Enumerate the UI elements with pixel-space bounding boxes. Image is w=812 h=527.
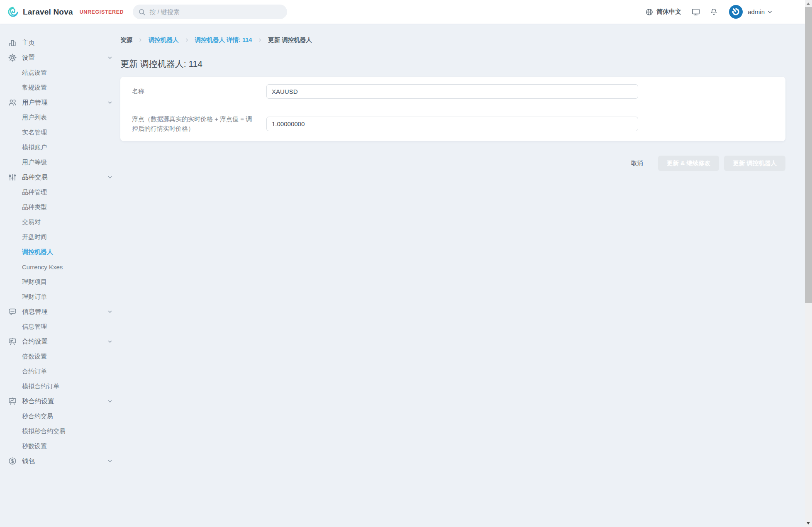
field-row-name: 名称 bbox=[120, 77, 785, 106]
language-label: 简体中文 bbox=[656, 8, 681, 16]
sidebar-group-label: 品种交易 bbox=[22, 173, 48, 182]
sidebar-group-users[interactable]: 用户管理 bbox=[0, 95, 120, 110]
sidebar-group-label: 合约设置 bbox=[22, 337, 48, 346]
monitor-icon[interactable] bbox=[691, 7, 700, 17]
main-content: 资源 调控机器人 调控机器人 详情: 114 更新 调控机器人 更新 调控机器人… bbox=[120, 24, 785, 171]
vertical-scrollbar[interactable] bbox=[805, 0, 812, 527]
sidebar-item[interactable]: 站点设置 bbox=[0, 65, 120, 80]
chat-icon bbox=[7, 307, 17, 316]
unregistered-badge: UNREGISTERED bbox=[80, 9, 124, 15]
sidebar-item[interactable]: 秒合约交易 bbox=[0, 409, 120, 424]
sidebar-item[interactable]: 品种类型 bbox=[0, 200, 120, 215]
bar-chart-icon bbox=[7, 38, 17, 47]
sidebar-item[interactable]: 用户列表 bbox=[0, 110, 120, 125]
presentation-chart-icon bbox=[7, 397, 17, 406]
sidebar-item[interactable]: 秒数设置 bbox=[0, 439, 120, 454]
cancel-button[interactable]: 取消 bbox=[631, 159, 643, 167]
chevron-down-icon bbox=[107, 55, 113, 61]
top-bar: Laravel Nova UNREGISTERED 简体中文 bbox=[0, 0, 805, 24]
user-menu[interactable]: admin bbox=[748, 8, 765, 15]
sidebar-item[interactable]: 理财项目 bbox=[0, 274, 120, 289]
sidebar-group-settings[interactable]: 设置 bbox=[0, 50, 120, 65]
sidebar-group-label: 钱包 bbox=[22, 457, 35, 466]
sidebar-item[interactable]: 理财订单 bbox=[0, 289, 120, 304]
sidebar-item[interactable]: 用户等级 bbox=[0, 155, 120, 170]
users-icon bbox=[7, 98, 17, 107]
field-row-float: 浮点（数据源真实的实时价格 + 浮点值 = 调控后的行情实时价格） bbox=[120, 106, 785, 141]
sidebar-item[interactable]: 交易对 bbox=[0, 215, 120, 229]
sidebar-item[interactable]: 品种管理 bbox=[0, 185, 120, 200]
sidebar-item[interactable]: 实名管理 bbox=[0, 125, 120, 140]
chevron-right-icon bbox=[184, 37, 190, 43]
page-title: 更新 调控机器人: 114 bbox=[120, 58, 785, 70]
sidebar-group-label: 信息管理 bbox=[22, 307, 48, 316]
sidebar-item[interactable]: 信息管理 bbox=[0, 319, 120, 334]
sidebar-group-wallet[interactable]: 钱包 bbox=[0, 454, 120, 468]
chevron-right-icon bbox=[257, 37, 263, 43]
sidebar-group-contracts[interactable]: 合约设置 bbox=[0, 334, 120, 349]
float-field[interactable] bbox=[266, 117, 638, 131]
sliders-icon bbox=[7, 173, 17, 182]
chevron-down-icon bbox=[107, 458, 113, 464]
avatar[interactable] bbox=[729, 5, 743, 19]
scrollbar-thumb[interactable] bbox=[805, 7, 812, 303]
sidebar-item[interactable]: 模拟账户 bbox=[0, 140, 120, 155]
update-and-continue-button[interactable]: 更新 & 继续修改 bbox=[658, 156, 719, 171]
nova-spiral-icon bbox=[7, 6, 19, 17]
globe-icon bbox=[645, 8, 654, 16]
sidebar-group-messages[interactable]: 信息管理 bbox=[0, 304, 120, 319]
field-label: 名称 bbox=[120, 86, 266, 96]
sidebar-item[interactable]: 模拟合约订单 bbox=[0, 379, 120, 394]
logo[interactable]: Laravel Nova bbox=[7, 6, 73, 17]
sidebar-item[interactable]: 常规设置 bbox=[0, 80, 120, 95]
sidebar-item[interactable]: 倍数设置 bbox=[0, 349, 120, 364]
sidebar-group-label: 用户管理 bbox=[22, 98, 48, 107]
name-field[interactable] bbox=[266, 84, 638, 99]
form-actions: 取消 更新 & 继续修改 更新 调控机器人 bbox=[120, 156, 785, 171]
chevron-down-icon bbox=[107, 398, 113, 404]
field-label: 浮点（数据源真实的实时价格 + 浮点值 = 调控后的行情实时价格） bbox=[120, 114, 266, 134]
breadcrumb-link[interactable]: 调控机器人 bbox=[149, 36, 179, 44]
sidebar-item-home[interactable]: 主页 bbox=[0, 35, 120, 50]
chevron-right-icon bbox=[138, 37, 143, 43]
chevron-down-icon bbox=[107, 100, 113, 105]
bell-icon[interactable] bbox=[710, 7, 718, 16]
sidebar-group-label: 秒合约设置 bbox=[22, 397, 54, 406]
sidebar-item[interactable]: Currency Kxes bbox=[0, 259, 120, 274]
sidebar-group-trading[interactable]: 品种交易 bbox=[0, 170, 120, 185]
scroll-up-arrow[interactable] bbox=[807, 2, 810, 5]
chevron-down-icon bbox=[107, 174, 113, 180]
chevron-down-icon[interactable] bbox=[767, 9, 773, 15]
form-card: 名称 浮点（数据源真实的实时价格 + 浮点值 = 调控后的行情实时价格） bbox=[120, 77, 785, 141]
sidebar: 主页 设置 站点设置 常规设置 用户管理 用户列表 实名管理 模拟账户 bbox=[0, 24, 120, 468]
language-switcher[interactable]: 简体中文 bbox=[645, 8, 681, 16]
sidebar-item-active[interactable]: 调控机器人 bbox=[0, 244, 120, 259]
breadcrumb-item: 资源 bbox=[120, 36, 132, 44]
gear-icon bbox=[7, 53, 17, 62]
global-search[interactable] bbox=[133, 5, 287, 19]
sidebar-group-second-contracts[interactable]: 秒合约设置 bbox=[0, 394, 120, 409]
search-input[interactable] bbox=[149, 8, 282, 15]
sidebar-item-label: 主页 bbox=[22, 39, 35, 47]
dollar-circle-icon bbox=[7, 456, 17, 466]
chevron-down-icon bbox=[107, 309, 113, 315]
chevron-down-icon bbox=[107, 339, 113, 344]
sidebar-item[interactable]: 模拟秒合约交易 bbox=[0, 424, 120, 439]
presentation-icon bbox=[7, 337, 17, 346]
breadcrumb: 资源 调控机器人 调控机器人 详情: 114 更新 调控机器人 bbox=[120, 36, 785, 44]
sidebar-item[interactable]: 开盘时间 bbox=[0, 229, 120, 244]
scroll-down-arrow[interactable] bbox=[807, 522, 810, 525]
breadcrumb-link[interactable]: 调控机器人 详情: 114 bbox=[195, 36, 252, 44]
sidebar-group-label: 设置 bbox=[22, 54, 35, 62]
sidebar-item[interactable]: 合约订单 bbox=[0, 364, 120, 379]
breadcrumb-item: 更新 调控机器人 bbox=[268, 36, 312, 44]
search-icon bbox=[138, 8, 146, 16]
update-button[interactable]: 更新 调控机器人 bbox=[724, 156, 785, 171]
app-title: Laravel Nova bbox=[23, 7, 73, 17]
